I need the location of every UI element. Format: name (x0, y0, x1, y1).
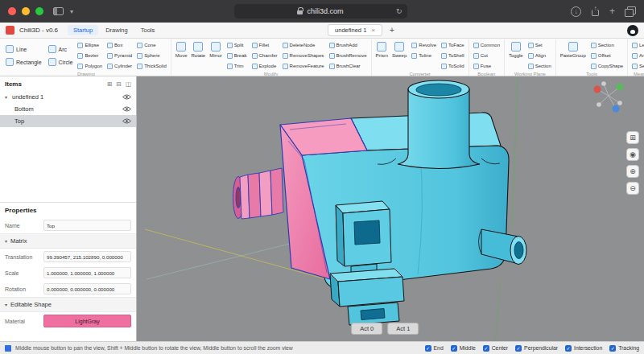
visibility-eye-icon[interactable] (122, 118, 131, 124)
tosolid-button[interactable]: ToSolid (440, 61, 466, 71)
translation-field[interactable]: 99.390457, 215.102890, 0.000000 (43, 251, 131, 262)
material-button[interactable]: LightGray (43, 315, 131, 327)
share-icon[interactable] (591, 6, 600, 17)
explode-button[interactable]: Explode (250, 61, 279, 71)
model-left-stub[interactable] (233, 168, 284, 219)
chamfer-button[interactable]: Chamfer (250, 51, 279, 60)
thicksolid-button[interactable]: ThickSolid (135, 61, 168, 71)
bezier-button[interactable]: Bezier (76, 51, 104, 60)
trim-button[interactable]: Trim (225, 61, 249, 71)
close-document-icon[interactable]: × (371, 27, 375, 34)
toggle-button[interactable]: Toggle (507, 40, 525, 58)
new-tab-icon[interactable]: + (609, 6, 615, 16)
tree-node-bottom[interactable]: Bottom (0, 103, 136, 115)
snap-intersection[interactable]: ✓Intersection (565, 345, 602, 352)
tab-tools[interactable]: Tools (135, 25, 161, 35)
snap-middle[interactable]: ✓Middle (451, 345, 476, 352)
zoom-in-button[interactable]: ⊕ (626, 165, 639, 178)
editable-shape-section-header[interactable]: ▾ Editable Shape (0, 297, 136, 312)
box-button[interactable]: Box (105, 40, 134, 50)
brushremove-button[interactable]: BrushRemove (328, 51, 369, 60)
removeshapes-button[interactable]: RemoveShapes (281, 51, 326, 60)
toface-button[interactable]: ToFace (440, 40, 466, 50)
model-foot[interactable] (330, 269, 404, 325)
rectangle-button[interactable]: Rectangle (4, 56, 43, 68)
snap-perpendicular[interactable]: ✓Perpendicular (515, 345, 558, 352)
chevron-down-icon[interactable]: ▾ (5, 94, 12, 100)
toshell-button[interactable]: ToShell (440, 51, 466, 60)
visibility-eye-icon[interactable] (122, 94, 131, 100)
brushadd-button[interactable]: BrushAdd (328, 40, 369, 50)
common-button[interactable]: Common (472, 40, 502, 50)
circle-button[interactable]: Circle (47, 56, 75, 68)
break-button[interactable]: Break (225, 51, 249, 60)
address-bar[interactable]: chili3d.com ↻ (234, 4, 407, 19)
tree-node-top-selected[interactable]: Top (0, 115, 136, 127)
snap-end[interactable]: ✓End (425, 345, 444, 352)
act-0-button[interactable]: Act 0 (351, 323, 382, 335)
arc-button[interactable]: Arc (47, 43, 75, 55)
split-button[interactable]: Split (225, 40, 249, 50)
close-window-button[interactable] (8, 7, 16, 15)
wp-section-button[interactable]: Section (526, 61, 553, 71)
line-button[interactable]: Line (4, 43, 43, 55)
collapse-panel-icon[interactable]: ◫ (126, 80, 131, 88)
copyshape-button[interactable]: CopyShape (589, 61, 625, 71)
fillet-button[interactable]: Fillet (250, 40, 279, 50)
document-tab[interactable]: undefined 1 × (328, 24, 382, 36)
length-button[interactable]: Length (630, 40, 644, 50)
angle-button[interactable]: Angle (630, 51, 644, 60)
select-button[interactable]: Select (630, 61, 644, 71)
sweep-button[interactable]: Sweep (390, 40, 408, 58)
fuse-button[interactable]: Fuse (472, 61, 502, 71)
move-button[interactable]: Move (174, 40, 189, 58)
mirror-button[interactable]: Mirror (208, 40, 224, 58)
tab-startup[interactable]: Startup (68, 25, 98, 35)
minimize-window-button[interactable] (22, 7, 30, 15)
new-document-button[interactable]: + (387, 27, 397, 35)
brushclear-button[interactable]: BrushClear (328, 61, 369, 71)
expand-all-icon[interactable]: ⊟ (117, 80, 122, 88)
viewport-3d[interactable]: ⊞ ◉ ⊕ ⊖ Act 0 Act 1 (137, 76, 644, 341)
maximize-window-button[interactable] (35, 7, 43, 15)
github-icon[interactable] (627, 25, 638, 36)
cylinder-button[interactable]: Cylinder (105, 61, 134, 71)
act-1-button[interactable]: Act 1 (387, 323, 419, 335)
set-button[interactable]: Set (526, 40, 553, 50)
cut-button[interactable]: Cut (472, 51, 502, 60)
cone-button[interactable]: Cone (135, 40, 168, 50)
fit-view-button[interactable]: ⊞ (626, 131, 639, 144)
revolve-button[interactable]: Revolve (410, 40, 438, 50)
3d-canvas[interactable] (137, 76, 644, 341)
snap-center[interactable]: ✓Center (483, 345, 508, 352)
downloads-icon[interactable]: ↓ (571, 6, 581, 17)
polygon-button[interactable]: Polygon (76, 61, 104, 71)
reload-icon[interactable]: ↻ (396, 7, 402, 15)
pastegroup-button[interactable]: PasteGroup (559, 40, 588, 58)
offset-button[interactable]: Offset (589, 51, 625, 60)
snap-tracking[interactable]: ✓Tracking (609, 345, 639, 352)
deletenode-button[interactable]: DeleteNode (281, 40, 326, 50)
visibility-button[interactable]: ◉ (626, 148, 639, 161)
sidebar-toggle-icon[interactable] (53, 7, 64, 15)
align-button[interactable]: Align (526, 51, 553, 60)
add-group-icon[interactable]: ⊞ (107, 80, 112, 88)
sphere-button[interactable]: Sphere (135, 51, 168, 60)
orientation-gizmo[interactable] (594, 81, 624, 112)
visibility-eye-icon[interactable] (122, 106, 131, 112)
name-field[interactable]: Top (43, 220, 131, 231)
rotation-field[interactable]: 0.000000, 0.000000, 0.000000 (43, 283, 131, 294)
matrix-section-header[interactable]: ▾ Matrix (0, 233, 136, 249)
rotate-button[interactable]: Rotate (189, 40, 207, 58)
ellipse-button[interactable]: Ellipse (76, 40, 104, 50)
scale-field[interactable]: 1.000000, 1.000000, 1.000000 (43, 267, 131, 278)
prism-button[interactable]: Prism (374, 40, 390, 58)
tree-node-root[interactable]: ▾ undefined 1 (0, 91, 136, 103)
removefeature-button[interactable]: RemoveFeature (281, 61, 326, 71)
tab-drawing[interactable]: Drawing (100, 25, 134, 35)
toline-button[interactable]: Toline (410, 51, 438, 60)
tools-section-button[interactable]: Section (589, 40, 625, 50)
chevron-down-icon[interactable]: ▾ (70, 8, 73, 15)
pyramid-button[interactable]: Pyramid (105, 51, 134, 60)
tab-overview-icon[interactable] (625, 6, 636, 17)
